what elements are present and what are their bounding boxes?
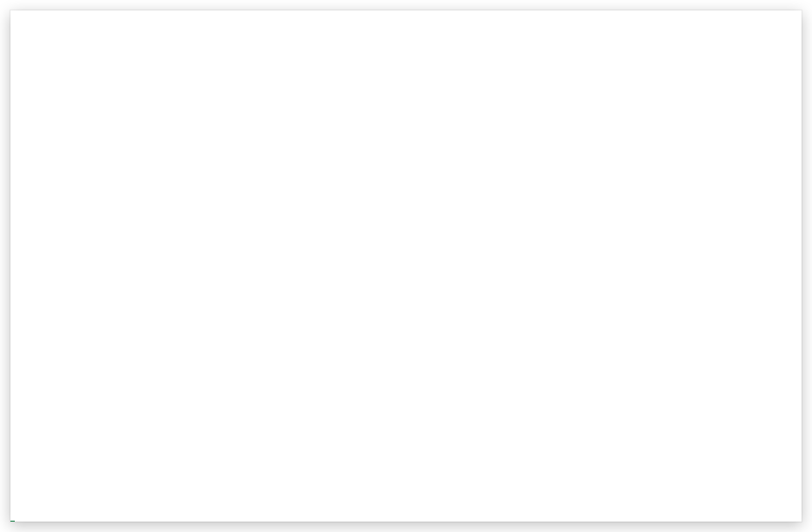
spreadsheet [10,10,802,522]
grid [10,10,802,522]
